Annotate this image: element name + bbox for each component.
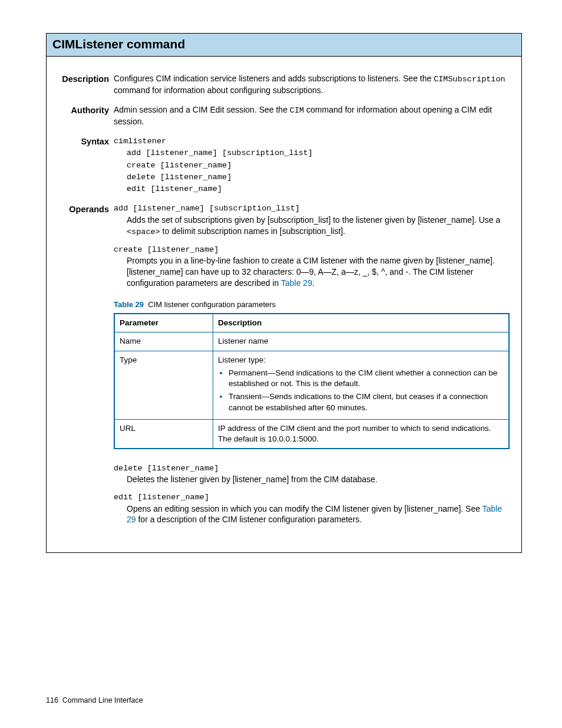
op-create-t2: . bbox=[312, 278, 315, 288]
syntax-cmd: cimlistener bbox=[114, 136, 510, 147]
content-authority: Admin session and a CIM Edit session. Se… bbox=[114, 104, 510, 127]
footer-section: Command Line Interface bbox=[62, 696, 143, 704]
cell-name-desc: Listener name bbox=[213, 332, 510, 351]
cell-type-desc: Listener type: Permanent—Send indication… bbox=[213, 351, 510, 419]
spacer bbox=[114, 449, 510, 463]
page-footer: 116 Command Line Interface bbox=[46, 696, 143, 704]
operand-add-body: Adds the set of subscriptions given by [… bbox=[114, 215, 510, 238]
section-syntax: Syntax cimlistener add [listener_name] [… bbox=[58, 136, 510, 195]
operand-create: create [listener_name] Prompts you in a … bbox=[114, 245, 510, 289]
syntax-line-0: add [listener_name] [subscription_list] bbox=[114, 147, 510, 159]
content-description: Configures CIM indication service listen… bbox=[114, 73, 510, 96]
type-bullets: Permanent—Send indications to the CIM cl… bbox=[218, 368, 504, 413]
table-row-type: Type Listener type: Permanent—Send indic… bbox=[114, 351, 509, 419]
type-intro: Listener type: bbox=[218, 355, 266, 364]
op-add-code: <space> bbox=[127, 228, 160, 236]
desc-text-2: command for information about configurin… bbox=[114, 85, 323, 95]
link-table29-a[interactable]: Table 29 bbox=[281, 278, 312, 288]
type-bullet-0: Permanent—Send indications to the CIM cl… bbox=[229, 368, 504, 389]
operand-delete: delete [listener_name] Deletes the liste… bbox=[114, 463, 510, 485]
syntax-line-1: create [listener_name] bbox=[114, 160, 510, 172]
section-authority: Authority Admin session and a CIM Edit s… bbox=[58, 104, 510, 127]
table-row-name: Name Listener name bbox=[114, 332, 509, 351]
label-syntax: Syntax bbox=[58, 136, 114, 195]
cell-url-desc: IP address of the CIM client and the por… bbox=[213, 419, 510, 449]
section-operands: Operands add [listener_name] [subscripti… bbox=[58, 203, 510, 532]
param-table: Parameter Description Name Listener name… bbox=[114, 313, 510, 449]
operand-delete-body: Deletes the listener given by [listener_… bbox=[114, 474, 510, 485]
content-operands: add [listener_name] [subscription_list] … bbox=[114, 203, 510, 532]
label-authority: Authority bbox=[58, 104, 114, 127]
desc-text-1: Configures CIM indication service listen… bbox=[114, 74, 434, 83]
op-add-t1: Adds the set of subscriptions given by [… bbox=[127, 215, 500, 225]
operand-delete-head: delete [listener_name] bbox=[114, 463, 510, 474]
content-frame: CIMListener command Description Configur… bbox=[46, 33, 522, 553]
op-edit-t1: Opens an editing session in which you ca… bbox=[127, 504, 482, 513]
content-syntax: cimlistener add [listener_name] [subscri… bbox=[114, 136, 510, 195]
table-header-row: Parameter Description bbox=[114, 314, 509, 332]
table-row-url: URL IP address of the CIM client and the… bbox=[114, 419, 509, 449]
auth-text-1: Admin session and a CIM Edit session. Se… bbox=[114, 105, 290, 114]
op-add-t2: to delimit subscription names in [subscr… bbox=[160, 226, 345, 236]
cell-type-param: Type bbox=[114, 351, 213, 419]
th-parameter: Parameter bbox=[114, 314, 213, 332]
auth-code-1: CIM bbox=[290, 106, 304, 115]
operand-add-head: add [listener_name] [subscription_list] bbox=[114, 203, 510, 214]
body-area: Description Configures CIM indication se… bbox=[47, 57, 521, 552]
operand-edit: edit [listener_name] Opens an editing se… bbox=[114, 492, 510, 525]
label-description: Description bbox=[58, 73, 114, 96]
op-edit-t2: for a description of the CIM listener co… bbox=[136, 515, 362, 524]
operand-add: add [listener_name] [subscription_list] … bbox=[114, 203, 510, 237]
section-description: Description Configures CIM indication se… bbox=[58, 73, 510, 96]
operand-create-head: create [listener_name] bbox=[114, 245, 510, 255]
th-description: Description bbox=[213, 314, 510, 332]
cell-url-param: URL bbox=[114, 419, 213, 449]
page: CIMListener command Description Configur… bbox=[0, 0, 562, 728]
desc-code-1: CIMSubscription bbox=[434, 75, 505, 84]
cell-name-param: Name bbox=[114, 332, 213, 351]
type-bullet-1: Transient—Sends indications to the CIM c… bbox=[229, 391, 504, 413]
table-caption-label: Table 29 bbox=[114, 300, 144, 309]
operand-create-body: Prompts you in a line-by-line fashion to… bbox=[114, 255, 510, 289]
table-caption: Table 29 CIM listener configuration para… bbox=[114, 299, 510, 310]
page-title: CIMListener command bbox=[47, 34, 521, 57]
syntax-line-2: delete [listener_name] bbox=[114, 172, 510, 183]
table-caption-text: CIM listener configuration parameters bbox=[148, 300, 276, 309]
footer-page-num: 116 bbox=[46, 696, 58, 704]
syntax-line-3: edit [listener_name] bbox=[114, 183, 510, 195]
operand-edit-body: Opens an editing session in which you ca… bbox=[114, 503, 510, 526]
operand-edit-head: edit [listener_name] bbox=[114, 492, 510, 503]
label-operands: Operands bbox=[58, 203, 114, 532]
